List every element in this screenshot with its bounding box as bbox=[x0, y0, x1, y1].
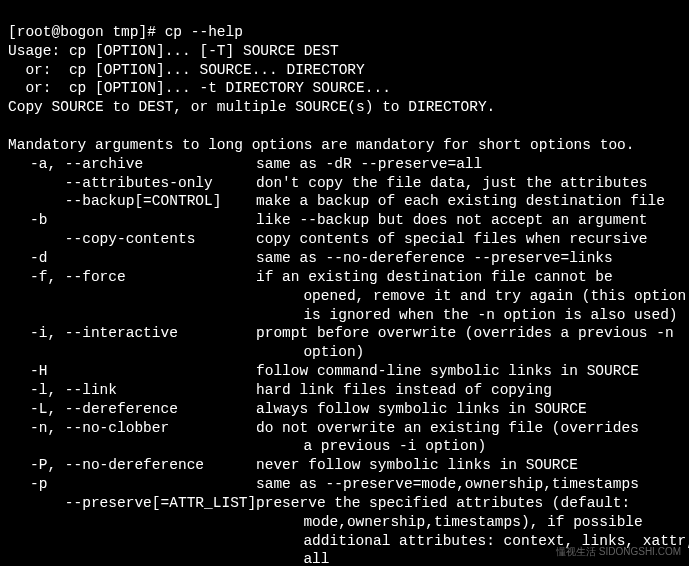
option-desc: same as -dR --preserve=all bbox=[256, 155, 681, 174]
option-row: -L, --dereferencealways follow symbolic … bbox=[8, 400, 681, 419]
option-flag: -d bbox=[8, 249, 256, 268]
option-flag: -b bbox=[8, 211, 256, 230]
option-row: --attributes-onlydon't copy the file dat… bbox=[8, 174, 681, 193]
option-row: --backup[=CONTROL]make a backup of each … bbox=[8, 192, 681, 211]
option-flag: -L, --dereference bbox=[8, 400, 256, 419]
option-desc-cont: option) bbox=[8, 343, 681, 362]
option-row: -Hfollow command-line symbolic links in … bbox=[8, 362, 681, 381]
summary-line: Copy SOURCE to DEST, or multiple SOURCE(… bbox=[8, 99, 495, 115]
option-flag: --backup[=CONTROL] bbox=[8, 192, 256, 211]
terminal-output: [root@bogon tmp]# cp --help Usage: cp [O… bbox=[0, 0, 689, 566]
mandatory-line: Mandatory arguments to long options are … bbox=[8, 137, 635, 153]
option-flag: -l, --link bbox=[8, 381, 256, 400]
option-desc-cont: a previous -i option) bbox=[8, 437, 681, 456]
options-block: -a, --archivesame as -dR --preserve=all … bbox=[8, 155, 681, 566]
option-row: --copy-contentscopy contents of special … bbox=[8, 230, 681, 249]
option-desc: follow command-line symbolic links in SO… bbox=[256, 362, 681, 381]
option-desc: make a backup of each existing destinati… bbox=[256, 192, 681, 211]
option-row: -blike --backup but does not accept an a… bbox=[8, 211, 681, 230]
option-row: -i, --interactiveprompt before overwrite… bbox=[8, 324, 681, 343]
option-desc: same as --no-dereference --preserve=link… bbox=[256, 249, 681, 268]
option-desc-cont: opened, remove it and try again (this op… bbox=[8, 287, 681, 306]
option-row: --preserve[=ATTR_LIST]preserve the speci… bbox=[8, 494, 681, 513]
option-flag: --attributes-only bbox=[8, 174, 256, 193]
option-desc-cont: mode,ownership,timestamps), if possible bbox=[8, 513, 681, 532]
option-desc: hard link files instead of copying bbox=[256, 381, 681, 400]
option-desc: same as --preserve=mode,ownership,timest… bbox=[256, 475, 681, 494]
usage-line: or: cp [OPTION]... -t DIRECTORY SOURCE..… bbox=[8, 80, 391, 96]
option-desc: do not overwrite an existing file (overr… bbox=[256, 419, 681, 438]
option-desc: preserve the specified attributes (defau… bbox=[256, 494, 681, 513]
shell-prompt[interactable]: [root@bogon tmp]# cp --help bbox=[8, 24, 243, 40]
option-flag: -a, --archive bbox=[8, 155, 256, 174]
option-desc: don't copy the file data, just the attri… bbox=[256, 174, 681, 193]
option-flag: --copy-contents bbox=[8, 230, 256, 249]
option-desc: if an existing destination file cannot b… bbox=[256, 268, 681, 287]
option-desc: never follow symbolic links in SOURCE bbox=[256, 456, 681, 475]
option-flag: -f, --force bbox=[8, 268, 256, 287]
watermark: 懂视生活 SIDONGSHI.COM bbox=[556, 545, 681, 558]
usage-line: Usage: cp [OPTION]... [-T] SOURCE DEST bbox=[8, 43, 339, 59]
option-desc: copy contents of special files when recu… bbox=[256, 230, 681, 249]
option-desc: prompt before overwrite (overrides a pre… bbox=[256, 324, 681, 343]
option-flag: -p bbox=[8, 475, 256, 494]
option-row: -f, --forceif an existing destination fi… bbox=[8, 268, 681, 287]
usage-line: or: cp [OPTION]... SOURCE... DIRECTORY bbox=[8, 62, 365, 78]
option-row: -l, --linkhard link files instead of cop… bbox=[8, 381, 681, 400]
option-row: -P, --no-dereferencenever follow symboli… bbox=[8, 456, 681, 475]
option-desc: always follow symbolic links in SOURCE bbox=[256, 400, 681, 419]
option-flag: --preserve[=ATTR_LIST] bbox=[8, 494, 256, 513]
option-flag: -i, --interactive bbox=[8, 324, 256, 343]
option-flag: -P, --no-dereference bbox=[8, 456, 256, 475]
option-row: -dsame as --no-dereference --preserve=li… bbox=[8, 249, 681, 268]
option-flag: -H bbox=[8, 362, 256, 381]
option-row: -psame as --preserve=mode,ownership,time… bbox=[8, 475, 681, 494]
option-desc-cont: is ignored when the -n option is also us… bbox=[8, 306, 681, 325]
option-flag: -n, --no-clobber bbox=[8, 419, 256, 438]
option-row: -a, --archivesame as -dR --preserve=all bbox=[8, 155, 681, 174]
option-desc: like --backup but does not accept an arg… bbox=[256, 211, 681, 230]
option-row: -n, --no-clobberdo not overwrite an exis… bbox=[8, 419, 681, 438]
